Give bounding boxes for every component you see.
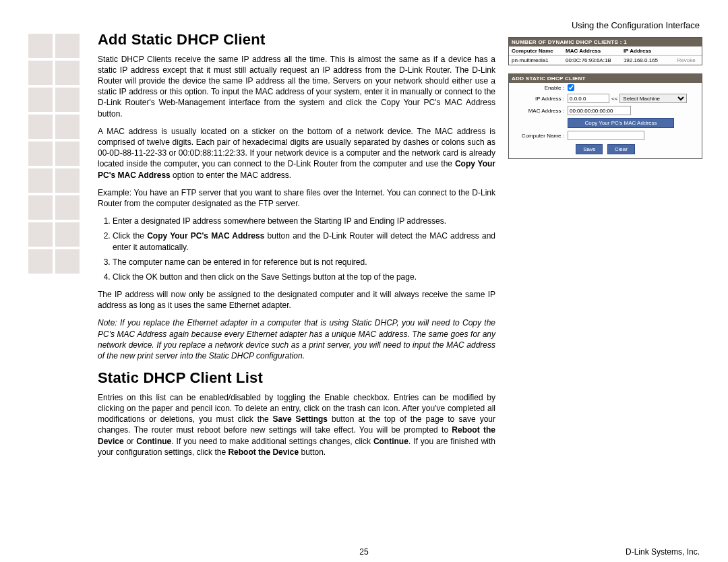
heading-static-dhcp-list: Static DHCP Client List — [98, 368, 495, 388]
company-name: D-Link Systems, Inc. — [626, 547, 700, 557]
paragraph: Static DHCP Clients receive the same IP … — [98, 54, 495, 119]
decor-squares — [27, 32, 81, 275]
table-row: 192.168.0.165 — [621, 56, 671, 65]
table-row: pn-multimedia1 — [509, 56, 563, 65]
computer-name-input[interactable] — [568, 131, 644, 140]
page-number: 25 — [359, 547, 368, 557]
paragraph: Entries on this list can be enabled/disa… — [98, 392, 495, 458]
list-item: The computer name can be entered in for … — [113, 257, 495, 268]
enable-checkbox[interactable] — [568, 84, 574, 91]
col-ip-address: IP Address — [621, 46, 671, 56]
note-paragraph: Note: If you replace the Ethernet adapte… — [98, 317, 495, 361]
steps-list: Enter a designated IP address somewhere … — [113, 216, 495, 282]
header-section-title: Using the Configuration Interface — [572, 20, 700, 30]
main-content: Add Static DHCP Client Static DHCP Clien… — [98, 30, 495, 464]
list-item: Enter a designated IP address somewhere … — [113, 216, 495, 226]
list-item: Click the OK button and then click on th… — [113, 272, 495, 282]
ip-address-input[interactable] — [568, 94, 609, 103]
assign-icon: << — [609, 96, 619, 102]
paragraph: Example: You have an FTP server that you… — [98, 187, 495, 209]
panel-header: ADD STATIC DHCP CLIENT — [509, 74, 702, 83]
add-static-dhcp-panel: ADD STATIC DHCP CLIENT Enable : IP Addre… — [508, 73, 702, 159]
save-button[interactable]: Save — [576, 144, 603, 154]
mac-address-input[interactable] — [568, 106, 631, 115]
panel-header: NUMBER OF DYNAMIC DHCP CLIENTS : 1 — [509, 38, 702, 46]
screenshot-panels: NUMBER OF DYNAMIC DHCP CLIENTS : 1 Compu… — [508, 37, 702, 167]
enable-label: Enable : — [512, 85, 568, 91]
mac-address-label: MAC Address : — [512, 108, 568, 114]
col-computer-name: Computer Name — [509, 46, 563, 56]
computer-name-label: Computer Name : — [512, 133, 568, 139]
heading-add-static-dhcp: Add Static DHCP Client — [98, 30, 495, 50]
col-mac-address: MAC Address — [563, 46, 621, 56]
paragraph: The IP address will now only be assigned… — [98, 289, 495, 311]
col-action — [671, 46, 702, 56]
dynamic-dhcp-panel: NUMBER OF DYNAMIC DHCP CLIENTS : 1 Compu… — [508, 37, 702, 65]
ip-address-label: IP Address : — [512, 96, 568, 102]
table-row: 00:0C:76:93:6A:1B — [563, 56, 621, 65]
paragraph: A MAC address is usually located on a st… — [98, 126, 495, 181]
select-machine-dropdown[interactable]: Select Machine — [619, 94, 687, 103]
revoke-link[interactable]: Revoke — [671, 56, 702, 65]
copy-mac-button[interactable]: Copy Your PC's MAC Address — [568, 118, 674, 128]
clear-button[interactable]: Clear — [607, 144, 635, 154]
list-item: Click the Copy Your PC's MAC Address but… — [113, 230, 495, 252]
